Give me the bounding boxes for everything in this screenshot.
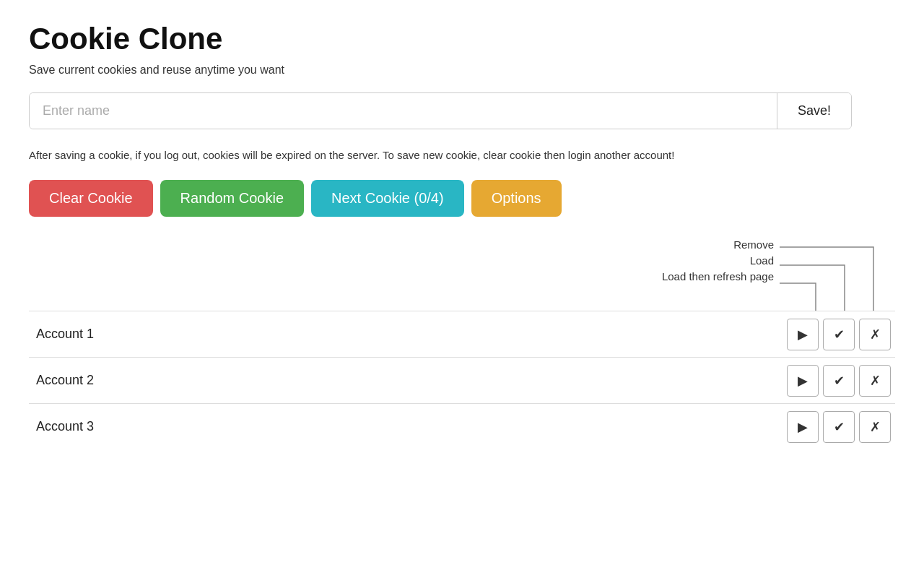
account-name: Account 2	[29, 373, 94, 388]
load-refresh-button-1[interactable]: ▶	[787, 319, 819, 350]
load-button-2[interactable]: ✔	[823, 365, 855, 397]
load-button-1[interactable]: ✔	[823, 319, 855, 350]
notice-text: After saving a cookie, if you log out, c…	[29, 147, 823, 164]
row-actions: ▶ ✔ ✗	[787, 319, 895, 350]
save-button[interactable]: Save!	[777, 93, 851, 129]
table-row: Account 3 ▶ ✔ ✗	[29, 403, 895, 449]
remove-button-3[interactable]: ✗	[859, 411, 891, 443]
table-row: Account 2 ▶ ✔ ✗	[29, 357, 895, 403]
remove-header: Remove	[733, 238, 774, 251]
next-cookie-button[interactable]: Next Cookie (0/4)	[311, 180, 464, 217]
load-header: Load	[750, 254, 774, 267]
row-actions: ▶ ✔ ✗	[787, 411, 895, 443]
clear-cookie-button[interactable]: Clear Cookie	[29, 180, 153, 217]
options-button[interactable]: Options	[471, 180, 562, 217]
load-refresh-button-3[interactable]: ▶	[787, 411, 819, 443]
column-headers-area: Remove Load Load then refresh page	[29, 238, 895, 311]
save-row: Save!	[29, 92, 852, 129]
accounts-table: Account 1 ▶ ✔ ✗ Account 2 ▶ ✔ ✗ Account …	[29, 311, 895, 449]
table-row: Account 1 ▶ ✔ ✗	[29, 311, 895, 357]
name-input[interactable]	[30, 93, 777, 129]
page-title: Cookie Clone	[29, 22, 895, 56]
load-refresh-header: Load then refresh page	[662, 270, 774, 282]
account-name: Account 3	[29, 419, 94, 434]
load-button-3[interactable]: ✔	[823, 411, 855, 443]
column-labels: Remove Load Load then refresh page	[662, 238, 780, 282]
account-name: Account 1	[29, 327, 94, 342]
random-cookie-button[interactable]: Random Cookie	[160, 180, 304, 217]
remove-button-1[interactable]: ✗	[859, 319, 891, 350]
page-subtitle: Save current cookies and reuse anytime y…	[29, 64, 895, 77]
action-buttons: Clear Cookie Random Cookie Next Cookie (…	[29, 180, 895, 217]
connector-lines	[780, 238, 895, 311]
row-actions: ▶ ✔ ✗	[787, 365, 895, 397]
remove-button-2[interactable]: ✗	[859, 365, 891, 397]
load-refresh-button-2[interactable]: ▶	[787, 365, 819, 397]
